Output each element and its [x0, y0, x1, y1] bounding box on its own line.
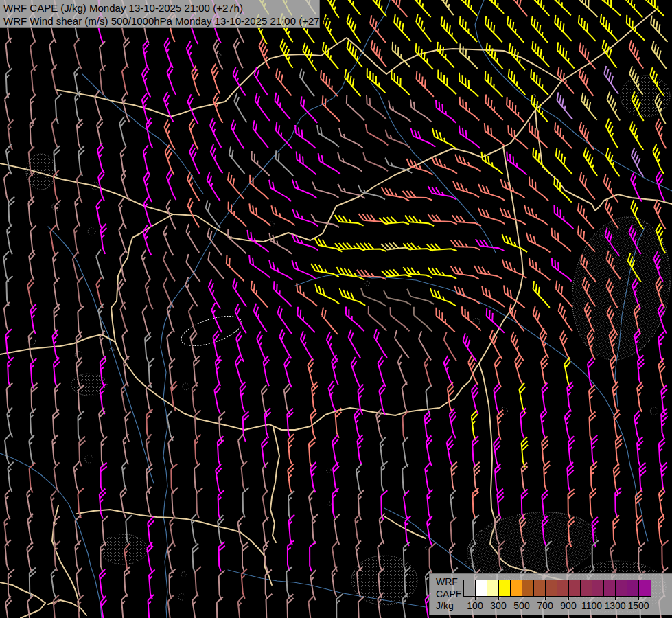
legend-title-line-3: J/kg	[436, 600, 462, 613]
legend-color-cell	[511, 580, 522, 596]
legend-tick-label: 1100	[581, 600, 602, 611]
legend-color-cell	[534, 580, 546, 596]
legend-tick-label: 900	[560, 600, 576, 611]
legend-tick-label: 300	[490, 600, 506, 611]
legend-color-cell	[464, 580, 476, 596]
title-overlay: WRF CAPE (J/kg) Monday 13-10-2025 21:00 …	[0, 0, 320, 28]
legend-color-cell	[616, 580, 627, 596]
legend-tick-label: 700	[537, 600, 553, 611]
legend-color-cell	[487, 580, 499, 596]
legend-color-cell	[592, 580, 604, 596]
cape-legend: WRF CAPE J/kg 10030050070090011001300150…	[429, 573, 672, 615]
legend-tick-label: 100	[467, 600, 483, 611]
legend-color-cell	[499, 580, 511, 596]
legend-title-line-1: WRF	[436, 576, 462, 588]
legend-color-cell	[522, 580, 534, 596]
urban-area	[351, 556, 417, 605]
legend-color-cell	[604, 580, 616, 596]
legend-color-cell	[627, 580, 639, 596]
legend-color-cell	[639, 580, 651, 596]
legend-color-cell	[476, 580, 487, 596]
legend-title-line-2: CAPE	[436, 588, 462, 601]
map-canvas	[0, 0, 672, 618]
legend-color-cell	[569, 580, 581, 596]
title-line-1: WRF CAPE (J/kg) Monday 13-10-2025 21:00 …	[3, 1, 319, 14]
legend-colorbar	[463, 580, 651, 597]
legend-tick-label: 1300	[604, 600, 625, 611]
wrf-map-viewport: WRF CAPE (J/kg) Monday 13-10-2025 21:00 …	[0, 0, 672, 618]
legend-color-cell	[557, 580, 569, 596]
legend-title: WRF CAPE J/kg	[436, 576, 462, 613]
legend-color-cell	[546, 580, 557, 596]
legend-tick-label: 500	[513, 600, 529, 611]
legend-tick-label: 1500	[627, 600, 649, 611]
title-line-2: WRF Wind shear (m/s) 500/1000hPa Monday …	[3, 14, 319, 27]
legend-color-cell	[581, 580, 592, 596]
urban-area	[100, 534, 147, 564]
urban-area	[621, 76, 670, 117]
